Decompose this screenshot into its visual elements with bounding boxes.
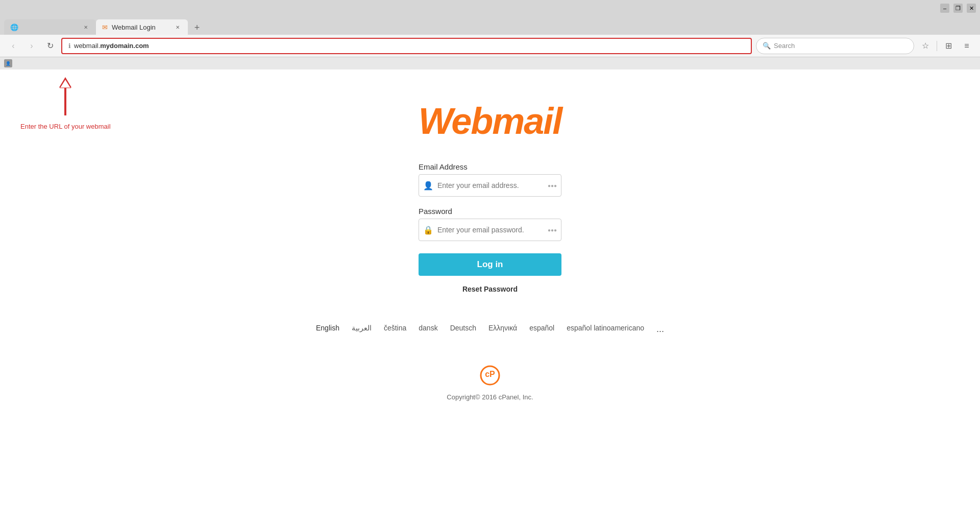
email-dots-icon: ●●●	[548, 183, 557, 188]
user-icon: 👤	[423, 181, 433, 191]
url-domain: mydomain.com	[100, 42, 149, 50]
login-button[interactable]: Log in	[419, 253, 561, 276]
password-label: Password	[419, 207, 561, 216]
title-bar: – ❐ ✕	[0, 0, 980, 16]
url-display: webmail.mydomain.com	[74, 42, 149, 50]
favicon-bookmark[interactable]: 👤	[4, 59, 12, 67]
back-button[interactable]: ‹	[6, 39, 20, 53]
forward-button[interactable]: ›	[24, 39, 39, 53]
email-label: Email Address	[419, 162, 561, 171]
reload-button[interactable]: ↻	[43, 39, 57, 53]
annotation-arrow	[50, 75, 81, 121]
password-form-group: Password 🔒 ●●●	[419, 207, 561, 241]
email-input-wrapper: 👤 ●●●	[419, 174, 561, 197]
page-content: Enter the URL of your webmail Webmail Em…	[0, 69, 980, 523]
search-icon: 🔍	[763, 42, 771, 50]
minimize-button[interactable]: –	[940, 4, 949, 13]
lock-icon: 🔒	[423, 225, 433, 235]
tab-close-inactive[interactable]: ✕	[82, 23, 90, 31]
tab-webmail-label: Webmail Login	[112, 23, 156, 31]
url-prefix: webmail.	[74, 42, 100, 50]
close-button[interactable]: ✕	[967, 4, 976, 13]
lang-greek[interactable]: Ελληνικά	[488, 324, 517, 335]
bookmark-bar: 👤	[0, 57, 980, 69]
lang-more-button[interactable]: ...	[656, 324, 664, 335]
lang-arabic[interactable]: العربية	[352, 324, 372, 335]
info-icon: ℹ	[68, 42, 71, 50]
language-bar: English العربية čeština dansk Deutsch Ελ…	[296, 324, 684, 335]
copyright-text: Copyright© 2016 cPanel, Inc.	[447, 393, 533, 401]
annotation-text: Enter the URL of your webmail	[20, 123, 111, 130]
tab-webmail-icon: ✉	[102, 23, 108, 31]
lang-czech[interactable]: čeština	[384, 324, 406, 335]
menu-button[interactable]: ≡	[960, 39, 974, 53]
cpanel-logo: cP	[480, 365, 500, 389]
annotation: Enter the URL of your webmail	[20, 75, 111, 130]
lang-danish[interactable]: dansk	[419, 324, 437, 335]
lang-english[interactable]: English	[316, 324, 339, 335]
lang-german[interactable]: Deutsch	[450, 324, 476, 335]
login-container: Webmail Email Address 👤 ●●● Password 🔒 ●…	[0, 100, 980, 401]
webmail-logo: Webmail	[419, 100, 562, 142]
lang-spanish-la[interactable]: español latinoamericano	[567, 324, 644, 335]
password-dots-icon: ●●●	[548, 227, 557, 233]
email-input[interactable]	[437, 181, 544, 189]
password-input-wrapper: 🔒 ●●●	[419, 219, 561, 241]
tab-inactive[interactable]: 🌐 ✕	[4, 19, 96, 35]
restore-button[interactable]: ❐	[953, 4, 963, 13]
nav-divider	[937, 41, 937, 51]
search-placeholder: Search	[774, 42, 795, 50]
svg-text:cP: cP	[485, 370, 495, 378]
tab-bar: 🌐 ✕ ✉ Webmail Login ✕ +	[0, 16, 980, 35]
cpanel-logo-svg: cP	[480, 365, 500, 386]
footer: cP Copyright© 2016 cPanel, Inc.	[447, 365, 533, 401]
bookmark-button[interactable]: ☆	[918, 39, 933, 53]
address-bar[interactable]: ℹ webmail.mydomain.com	[61, 38, 752, 54]
password-input[interactable]	[437, 226, 544, 234]
tab-close-active[interactable]: ✕	[174, 23, 182, 31]
apps-button[interactable]: ⊞	[941, 39, 955, 53]
tab-favicon: 🌐	[10, 23, 18, 31]
search-bar[interactable]: 🔍 Search	[756, 38, 914, 54]
reset-password-link[interactable]: Reset Password	[462, 285, 518, 293]
tab-webmail-login[interactable]: ✉ Webmail Login ✕	[96, 19, 188, 35]
email-form-group: Email Address 👤 ●●●	[419, 162, 561, 197]
nav-bar: ‹ › ↻ ℹ webmail.mydomain.com 🔍 Search ☆ …	[0, 35, 980, 57]
new-tab-button[interactable]: +	[190, 20, 204, 35]
lang-spanish[interactable]: español	[529, 324, 554, 335]
